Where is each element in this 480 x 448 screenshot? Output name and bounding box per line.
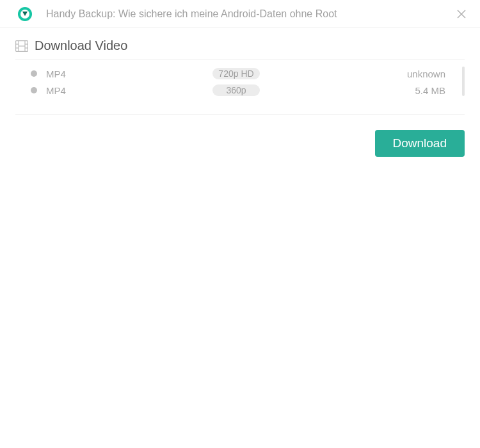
window-title: Handy Backup: Wie sichere ich meine Andr… — [46, 8, 456, 20]
section-header: Download Video — [15, 38, 465, 60]
format-list: MP4 720p HD unknown MP4 360p 5.4 MB — [15, 65, 465, 99]
app-icon — [18, 7, 32, 21]
download-video-section: Download Video MP4 720p HD unknown MP4 3… — [15, 38, 465, 115]
download-button[interactable]: Download — [375, 130, 465, 157]
format-row[interactable]: MP4 360p 5.4 MB — [15, 82, 465, 99]
size-label: 5.4 MB — [407, 85, 465, 96]
close-icon[interactable] — [456, 8, 467, 20]
video-icon — [15, 40, 28, 52]
radio-icon[interactable] — [31, 70, 37, 77]
radio-icon[interactable] — [31, 87, 37, 93]
scrollbar[interactable] — [462, 67, 465, 96]
quality-badge: 720p HD — [212, 68, 260, 79]
quality-badge: 360p — [212, 84, 260, 96]
format-label: MP4 — [46, 68, 212, 79]
footer: Download — [0, 115, 480, 157]
size-label: unknown — [407, 68, 465, 79]
header: Handy Backup: Wie sichere ich meine Andr… — [0, 0, 480, 28]
section-title: Download Video — [35, 38, 127, 53]
format-label: MP4 — [46, 85, 212, 96]
format-row[interactable]: MP4 720p HD unknown — [15, 65, 465, 82]
